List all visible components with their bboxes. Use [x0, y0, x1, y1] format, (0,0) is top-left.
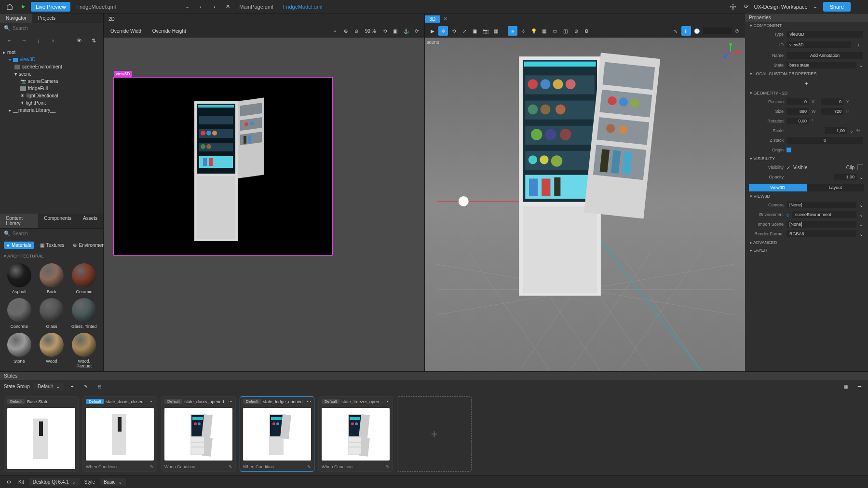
clip-checkbox[interactable]: [857, 164, 863, 170]
chevron-down-icon[interactable]: ⌄: [859, 175, 863, 180]
pos-y[interactable]: 0: [821, 98, 843, 105]
library-search-input[interactable]: [13, 231, 99, 236]
file-tab-2[interactable]: MainPage.qml: [235, 2, 277, 12]
section-local-props[interactable]: ▾ LOCAL CUSTOM PROPERTIES: [745, 70, 868, 78]
chevron-down-icon[interactable]: ⌄: [859, 231, 863, 237]
chevron-down-icon[interactable]: ⌄: [859, 212, 863, 217]
nav-fwd-icon[interactable]: ›: [208, 1, 220, 12]
edit-condition-icon[interactable]: ✎: [307, 464, 311, 469]
prop-environment[interactable]: sceneEnvironment: [792, 211, 856, 218]
tab-navigator[interactable]: Navigator: [0, 14, 32, 23]
fit-icon[interactable]: ▣: [391, 26, 400, 36]
origin-picker[interactable]: [787, 148, 791, 152]
grid-icon[interactable]: ▦: [540, 26, 549, 36]
chevron-down-icon[interactable]: ⌄: [859, 203, 863, 208]
rotation[interactable]: 0,00: [787, 118, 809, 124]
reload-icon[interactable]: ⟳: [732, 26, 742, 36]
chevron-down-icon[interactable]: ⌄: [859, 222, 863, 227]
close-icon[interactable]: ✕: [222, 1, 233, 12]
more-icon[interactable]: ⋯: [307, 399, 311, 404]
eye-icon[interactable]: 👁: [73, 35, 85, 46]
tab-content-library[interactable]: Content Library: [0, 214, 38, 228]
more-icon[interactable]: ⋯: [149, 399, 154, 404]
section-component[interactable]: ▾ COMPONENT: [745, 22, 868, 29]
section-geometry[interactable]: ▾ GEOMETRY - 2D: [745, 89, 868, 97]
subtab-textures[interactable]: ▦Textures: [37, 242, 68, 249]
arrow-down-icon[interactable]: ↓: [33, 35, 44, 46]
nav-back-icon[interactable]: ‹: [195, 1, 206, 12]
refresh-icon[interactable]: ⟳: [412, 26, 421, 36]
state-group-select[interactable]: Default⌄: [34, 383, 64, 390]
prop-state[interactable]: base state: [787, 62, 856, 68]
gear-icon[interactable]: ⚙: [582, 26, 592, 36]
tool-icon[interactable]: ▫: [330, 26, 340, 36]
local-icon[interactable]: ◈: [508, 26, 517, 36]
add-annotation-button[interactable]: Add Annotation: [787, 52, 863, 59]
state-card[interactable]: Defaultstate_freezer_opened⋯ When Condit…: [318, 396, 393, 472]
tab-components[interactable]: Components: [38, 214, 77, 228]
section-visibility[interactable]: ▾ VISIBILITY: [745, 155, 868, 163]
add-property-button[interactable]: +: [802, 79, 812, 88]
orientation-gizmo[interactable]: [721, 42, 740, 62]
anchor-icon[interactable]: ⚓: [401, 26, 411, 36]
zoom-in-icon[interactable]: ⊕: [341, 26, 351, 36]
workspace-icon[interactable]: [727, 1, 739, 12]
tab-projects[interactable]: Projects: [32, 14, 61, 23]
tree-fridge[interactable]: fridgeFull: [0, 85, 103, 92]
state-card[interactable]: Defaultstate_doors_opened⋯ When Conditio…: [161, 396, 236, 472]
tree-point-light[interactable]: ✦lightPoint: [0, 99, 103, 107]
grid-view-icon[interactable]: ▦: [841, 381, 851, 391]
chevron-down-icon[interactable]: ⌄: [181, 1, 193, 12]
subtab-materials[interactable]: ●Materials: [4, 242, 34, 249]
refresh-icon[interactable]: ⟳: [741, 1, 752, 12]
3d-tab[interactable]: 3D: [425, 15, 441, 23]
tree-scene-env[interactable]: sceneEnvironment: [0, 63, 103, 70]
chevron-down-icon[interactable]: ⌄: [859, 63, 863, 68]
wireframe-icon[interactable]: ◫: [561, 26, 570, 36]
move-tool-icon[interactable]: ✥: [438, 26, 448, 36]
scale[interactable]: 1,00: [825, 127, 847, 134]
prop-camera[interactable]: [None]: [787, 202, 856, 208]
tree-scene[interactable]: ▾scene: [0, 70, 103, 78]
copy-icon[interactable]: ⎘: [95, 381, 104, 391]
state-card[interactable]: Defaultstate_doors_closed⋯ When Conditio…: [82, 396, 157, 472]
material-item[interactable]: Ceramic: [70, 263, 98, 294]
sort-icon[interactable]: ⇅: [88, 35, 99, 46]
home-icon[interactable]: [4, 1, 15, 12]
scale-tool-icon[interactable]: ⤢: [460, 26, 469, 36]
prop-import-scene[interactable]: [None]: [787, 221, 856, 228]
section-layer[interactable]: ▸ LAYER: [745, 246, 868, 254]
material-item[interactable]: Concrete: [5, 298, 33, 329]
arrow-right-icon[interactable]: →: [18, 35, 30, 46]
material-item[interactable]: Wood: [37, 333, 66, 368]
prop-id[interactable]: view3D: [787, 41, 851, 48]
play-icon[interactable]: [17, 1, 29, 12]
more-icon[interactable]: ⋯: [385, 399, 390, 404]
pos-x[interactable]: 0: [787, 98, 809, 105]
list-view-icon[interactable]: ☰: [854, 381, 864, 391]
material-item[interactable]: Brick: [37, 263, 66, 294]
arrow-left-icon[interactable]: ←: [4, 35, 15, 46]
clock-icon[interactable]: 🕐: [692, 26, 702, 36]
zoom-out-icon[interactable]: ⊖: [352, 26, 361, 36]
tree-view3d[interactable]: ▾view3D: [0, 56, 103, 63]
tree-dir-light[interactable]: ☀lightDirectional: [0, 92, 103, 99]
tab-view3d[interactable]: View3D: [749, 184, 807, 191]
pause-icon[interactable]: ⏸: [681, 26, 691, 36]
gear-icon[interactable]: ⚙: [4, 477, 14, 487]
section-advanced[interactable]: ▸ ADVANCED: [745, 239, 868, 246]
workspace-chevron-icon[interactable]: ⌄: [810, 1, 821, 12]
material-item[interactable]: Wood, Parquet: [70, 333, 98, 368]
material-item[interactable]: Stone: [5, 333, 33, 368]
override-height-label[interactable]: Override Height: [149, 28, 190, 34]
edit-condition-icon[interactable]: ✎: [386, 464, 390, 469]
override-width-label[interactable]: Override Width: [107, 28, 147, 34]
snap-icon[interactable]: ⊹: [518, 26, 528, 36]
more-icon[interactable]: ⋯: [228, 399, 232, 404]
state-card-base[interactable]: DefaultBase State: [4, 396, 79, 472]
z-stack[interactable]: 0: [787, 137, 863, 144]
style-select[interactable]: Basic⌄: [100, 478, 126, 486]
play-icon[interactable]: ▶: [428, 26, 437, 36]
edit-condition-icon[interactable]: ✎: [229, 464, 232, 469]
material-item[interactable]: Glass, Tinted: [70, 298, 98, 329]
